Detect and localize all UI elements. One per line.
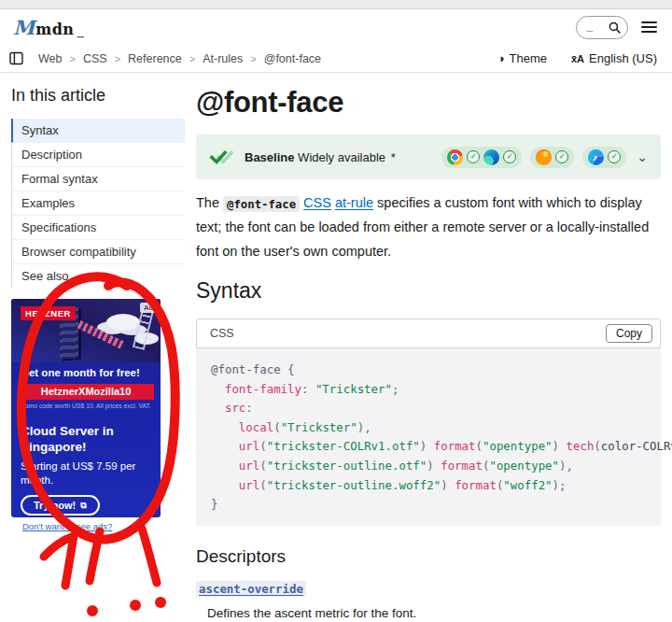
firefox-icon [536,149,552,165]
ad-card[interactable]: HETZNER Ad Get one month for free! Hetzn… [11,299,161,517]
ad-fine-print: Promo code worth US$ 10. All prices excl… [19,403,153,410]
search-icon [609,21,621,34]
article-sidebar: In this article SyntaxDescriptionFormal … [0,73,185,620]
code-language-label: CSS [210,327,234,340]
intro-paragraph: The @font-face CSS at-rule specifies a c… [196,191,661,263]
chrome-icon [447,149,463,165]
syntax-heading: Syntax [196,278,661,304]
baseline-banner[interactable]: Baseline Widely available * ✓✓✓✓ ⌄ [196,134,661,179]
language-button[interactable]: x̄A English (US) [571,51,657,65]
toc-item-browser-compatibility[interactable]: Browser compatibility [12,240,185,264]
code-line: url("trickster-COLRv1.otf") format("open… [211,437,646,457]
theme-icon: ◑ [497,51,505,65]
header-actions: _ [576,16,657,39]
support-check-icon: ✓ [503,150,516,163]
content-columns: In this article SyntaxDescriptionFormal … [0,73,672,620]
toc-item-formal-syntax[interactable]: Formal syntax [12,167,185,191]
theme-label: Theme [510,51,547,65]
code-line: url("trickster-outline.otf") format("ope… [211,457,646,476]
browser-support-group: ✓✓ [441,147,522,168]
theme-button[interactable]: ◑ Theme [497,51,547,65]
intro-link[interactable]: at-rule [335,195,373,210]
code-example: CSS Copy @font-face { font-family: "Tric… [196,318,661,526]
support-check-icon: ✓ [555,150,568,163]
copy-button[interactable]: Copy [606,324,652,343]
toc-item-description[interactable]: Description [12,143,185,167]
search-input[interactable]: _ [576,16,628,39]
breadcrumb-separator: > [115,53,120,64]
ad-subtitle: Starting at US$ 7.59 per month. [21,459,151,488]
mdn-logo-cursor: _ [77,21,85,38]
code-line: url("trickster-outline.woff2") format("w… [211,476,646,496]
breadcrumb-item[interactable]: @font-face [264,52,321,65]
window-top-strip [0,0,672,9]
code-block[interactable]: @font-face { font-family: "Trickster"; s… [196,348,661,526]
intro-link[interactable]: CSS [303,195,331,210]
mdn-font-face-page: M mdn _ _ Web>CSS>Reference>At-rule [0,0,672,622]
sidebar-toggle-icon [9,51,23,65]
search-caret: _ [586,19,593,33]
code-line: local("Trickster"), [211,418,646,438]
mdn-logo-text: mdn [35,21,74,38]
ascent-override-link[interactable]: ascent-override [196,581,306,597]
breadcrumb-item[interactable]: CSS [83,52,107,65]
baseline-status: Widely available [298,150,385,164]
toc-list: SyntaxDescriptionFormal syntaxExamplesSp… [11,119,185,288]
breadcrumb-item[interactable]: Web [38,52,62,65]
breadcrumb-separator: > [250,53,256,64]
try-now-label: Try now! [34,500,76,511]
code-header: CSS Copy [196,318,661,348]
translate-icon: x̄A [571,53,584,64]
support-check-icon: ✓ [467,150,480,163]
baseline-check-icon [209,148,235,166]
descriptors-heading: Descriptors [196,546,661,567]
browser-support-group: ✓ [530,147,574,168]
hetzner-logo: HETZNER [21,306,76,320]
breadcrumb: Web>CSS>Reference>At-rules>@font-face [38,52,321,65]
ad-badge: Ad [140,303,157,313]
site-header: M mdn _ _ [0,9,672,45]
descriptor-term: ascent-override [196,580,661,597]
toc-item-see-also[interactable]: See also [12,264,185,288]
external-link-icon: ⧉ [80,501,86,511]
code-line: src: [211,399,646,418]
intro-plain: The [196,195,223,210]
menu-button[interactable] [641,19,657,35]
mdn-logo[interactable]: M mdn _ [13,16,84,39]
breadcrumb-bar: Web>CSS>Reference>At-rules>@font-face ◑ … [0,45,672,73]
baseline-asterisk: * [391,150,396,164]
support-check-icon: ✓ [608,150,621,163]
safari-icon [588,149,604,165]
ad-headline: Get one month for free! [21,366,151,379]
browser-support-icons: ✓✓✓✓ ⌄ [441,147,648,168]
descriptor-description: Defines the ascent metric for the font. [207,606,661,620]
toc-item-examples[interactable]: Examples [12,191,185,216]
breadcrumb-item[interactable]: At-rules [203,52,243,65]
code-line: @font-face { [211,360,646,380]
toc-item-specifications[interactable]: Specifications [12,216,185,240]
baseline-label: Baseline [245,150,294,164]
mdn-logo-m-icon: M [13,16,33,39]
breadcrumb-separator: > [69,53,75,64]
cloud-graphic [106,314,140,331]
code-line: font-family: "Trickster"; [211,380,646,400]
baseline-text: Baseline Widely available * [245,150,396,164]
toc-item-syntax[interactable]: Syntax [11,119,185,143]
ad-image: HETZNER Ad [11,299,161,362]
breadcrumb-separator: > [189,53,195,64]
intro-code: @font-face [223,196,300,212]
page-title: @font-face [196,86,661,120]
browser-support-group: ✓ [582,147,626,168]
toc-heading: In this article [11,86,185,106]
dismiss-ads-link[interactable]: Don't want to see ads? [22,521,112,531]
chevron-down-icon[interactable]: ⌄ [637,149,648,164]
ad-title: Cloud Server in Singapore! [21,423,151,455]
ad-promo-code: HetznerXMozilla10 [18,384,154,400]
sidebar-toggle-button[interactable] [9,51,23,65]
code-line: } [211,495,646,515]
article-main: @font-face Baseline Widely available * ✓… [185,73,661,620]
breadcrumb-item[interactable]: Reference [128,52,182,65]
try-now-button[interactable]: Try now! ⧉ [21,495,100,516]
browser-pills: ✓✓✓✓ [441,147,626,168]
page-actions: ◑ Theme x̄A English (US) [497,51,657,65]
